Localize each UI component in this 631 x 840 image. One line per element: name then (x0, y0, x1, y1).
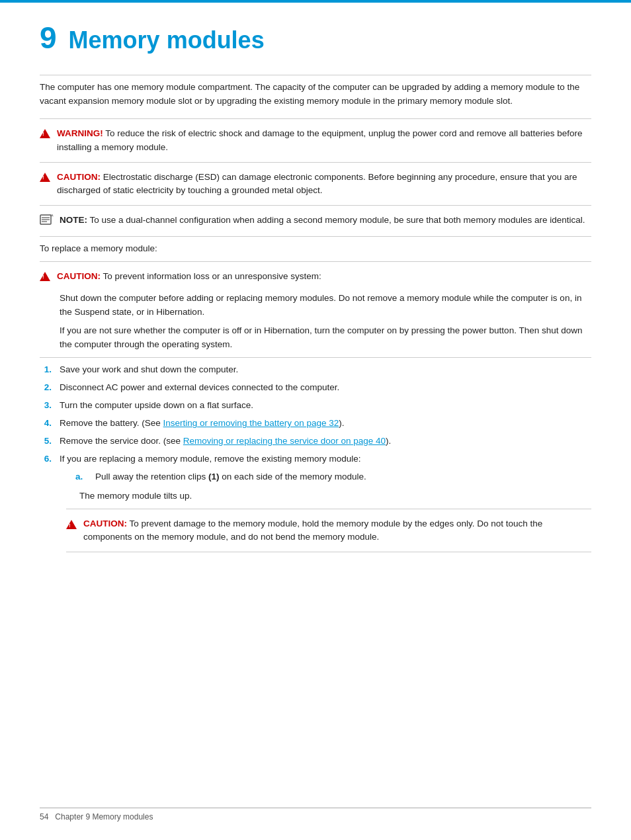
chapter-title: Memory modules (69, 27, 265, 54)
after-substep-text: The memory module tilts up. (79, 489, 591, 503)
step-4: 4. Remove the battery. (See Inserting or… (40, 417, 591, 431)
note-svg-icon: ✎ (40, 214, 54, 226)
page-content: 9 Memory modules The computer has one me… (0, 3, 631, 603)
intro-paragraph: The computer has one memory module compa… (40, 81, 591, 108)
shutdown-para-2: If you are not sure whether the computer… (60, 324, 591, 352)
battery-link[interactable]: Inserting or removing the battery on pag… (163, 418, 339, 428)
sub-step-content-a: Pull away the retention clips (1) on eac… (95, 470, 591, 484)
footer-bar: 54 Chapter 9 Memory modules (40, 808, 591, 821)
caution-label-1: CAUTION: (57, 172, 101, 182)
step-3: 3. Turn the computer upside down on a fl… (40, 399, 591, 413)
warning-block: WARNING! To reduce the risk of electric … (40, 124, 591, 157)
warning-label: WARNING! (57, 128, 103, 138)
step-content-2: Disconnect AC power and external devices… (60, 381, 591, 395)
caution-label-2: CAUTION: (57, 271, 101, 281)
sub-step-label-a: a. (75, 470, 87, 484)
shutdown-para-1: Shut down the computer before adding or … (60, 292, 591, 319)
warning-text: WARNING! To reduce the risk of electric … (57, 127, 591, 154)
triangle-caution-icon-1 (40, 173, 50, 182)
caution-block-1: CAUTION: Electrostatic discharge (ESD) c… (40, 168, 591, 200)
step-num-1: 1. (40, 363, 52, 377)
step-content-1: Save your work and shut down the compute… (60, 363, 591, 377)
sub-caution-text: CAUTION: To prevent damage to the memory… (83, 517, 591, 544)
sub-step-a: a. Pull away the retention clips (1) on … (75, 470, 591, 484)
svg-text:✎: ✎ (49, 214, 54, 218)
step-content-4: Remove the battery. (See Inserting or re… (60, 417, 591, 431)
chapter-number: 9 (40, 22, 57, 53)
step-num-6: 6. (40, 452, 52, 558)
step-num-3: 3. (40, 399, 52, 413)
note-icon-wrap: ✎ (40, 214, 54, 228)
to-replace-text: To replace a memory module: (40, 242, 591, 256)
sub-caution-divider-top (66, 509, 591, 509)
triangle-caution-icon-2 (40, 272, 50, 281)
caution-body-1: Electrostatic discharge (ESD) can damage… (57, 172, 577, 195)
divider-4 (40, 236, 591, 237)
note-label: NOTE: (60, 215, 87, 225)
step-content-6: If you are replacing a memory module, re… (60, 452, 591, 558)
sub-caution-divider-bottom (66, 552, 591, 552)
step-content-5: Remove the service door. (see Removing o… (60, 435, 591, 448)
step-num-2: 2. (40, 381, 52, 395)
divider-1 (40, 118, 591, 119)
step-num-4: 4. (40, 417, 52, 431)
triangle-sub-caution-icon (66, 520, 77, 529)
warning-body: To reduce the risk of electric shock and… (57, 128, 582, 151)
step-content-3: Turn the computer upside down on a flat … (60, 399, 591, 413)
caution-icon-2 (40, 271, 52, 281)
caution-icon-1 (40, 171, 52, 182)
note-body: To use a dual-channel configuration when… (90, 215, 585, 225)
triangle-warning-icon (40, 129, 50, 138)
step-5: 5. Remove the service door. (see Removin… (40, 435, 591, 448)
step-1: 1. Save your work and shut down the comp… (40, 363, 591, 377)
caution-block-2: CAUTION: To prevent information loss or … (40, 267, 591, 286)
divider-3 (40, 205, 591, 206)
footer-chapter-ref: Chapter 9 Memory modules (55, 812, 153, 821)
caution-body-2: To prevent information loss or an unresp… (103, 271, 321, 281)
footer-page-num: 54 (40, 812, 48, 821)
divider-5 (40, 261, 591, 262)
warning-icon (40, 128, 52, 138)
sub-caution-icon (66, 518, 78, 531)
sub-caution-label: CAUTION: (83, 519, 127, 528)
sub-caution-block: CAUTION: To prevent damage to the memory… (66, 515, 591, 547)
step-2: 2. Disconnect AC power and external devi… (40, 381, 591, 395)
heading-divider (40, 75, 591, 75)
caution-text-1: CAUTION: Electrostatic discharge (ESD) c… (57, 171, 591, 198)
note-text: NOTE: To use a dual-channel configuratio… (60, 214, 585, 227)
sub-caution-body: To prevent damage to the memory module, … (83, 519, 542, 542)
service-door-link[interactable]: Removing or replacing the service door o… (183, 436, 386, 446)
chapter-heading: 9 Memory modules (40, 22, 591, 54)
steps-list: 1. Save your work and shut down the comp… (40, 363, 591, 558)
divider-2 (40, 162, 591, 163)
sub-steps-list: a. Pull away the retention clips (1) on … (75, 470, 591, 484)
divider-6 (40, 357, 591, 358)
note-block: ✎ NOTE: To use a dual-channel configurat… (40, 211, 591, 231)
step-num-5: 5. (40, 435, 52, 448)
step-6: 6. If you are replacing a memory module,… (40, 452, 591, 558)
caution-text-2: CAUTION: To prevent information loss or … (57, 270, 321, 283)
